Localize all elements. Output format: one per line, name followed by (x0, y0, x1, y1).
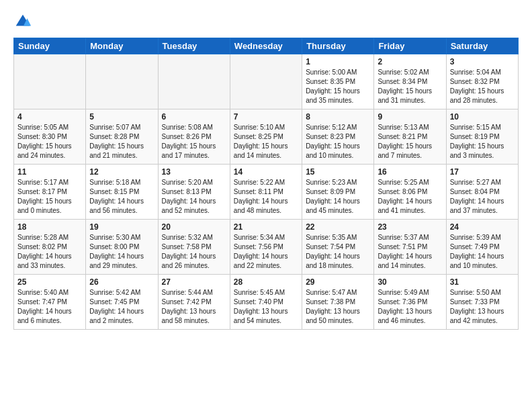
calendar: SundayMondayTuesdayWednesdayThursdayFrid… (13, 38, 519, 330)
day-info: Sunrise: 5:04 AM Sunset: 8:32 PM Dayligh… (450, 68, 515, 105)
day-cell: 12Sunrise: 5:18 AM Sunset: 8:15 PM Dayli… (86, 165, 158, 220)
day-number: 11 (17, 167, 82, 177)
day-cell: 2Sunrise: 5:02 AM Sunset: 8:34 PM Daylig… (374, 54, 446, 109)
day-cell: 20Sunrise: 5:32 AM Sunset: 7:58 PM Dayli… (158, 220, 230, 275)
day-info: Sunrise: 5:22 AM Sunset: 8:11 PM Dayligh… (234, 178, 298, 216)
weekday-header-wednesday: Wednesday (230, 38, 302, 54)
day-cell: 22Sunrise: 5:35 AM Sunset: 7:54 PM Dayli… (302, 220, 374, 275)
day-info: Sunrise: 5:50 AM Sunset: 7:33 PM Dayligh… (450, 288, 515, 326)
day-number: 1 (306, 57, 370, 66)
day-info: Sunrise: 5:07 AM Sunset: 8:28 PM Dayligh… (89, 123, 154, 161)
weekday-header-monday: Monday (86, 38, 158, 54)
day-number: 19 (89, 222, 154, 232)
day-number: 8 (306, 112, 370, 122)
day-cell: 30Sunrise: 5:49 AM Sunset: 7:36 PM Dayli… (374, 275, 446, 330)
day-number: 25 (17, 277, 82, 287)
day-cell: 10Sunrise: 5:15 AM Sunset: 8:19 PM Dayli… (446, 109, 518, 165)
day-cell: 5Sunrise: 5:07 AM Sunset: 8:28 PM Daylig… (86, 109, 158, 165)
weekday-header-row: SundayMondayTuesdayWednesdayThursdayFrid… (14, 38, 519, 54)
week-row-2: 4Sunrise: 5:05 AM Sunset: 8:30 PM Daylig… (14, 109, 519, 165)
day-cell: 8Sunrise: 5:12 AM Sunset: 8:23 PM Daylig… (302, 109, 374, 165)
day-info: Sunrise: 5:00 AM Sunset: 8:35 PM Dayligh… (306, 68, 370, 105)
day-info: Sunrise: 5:02 AM Sunset: 8:34 PM Dayligh… (378, 68, 442, 105)
page: SundayMondayTuesdayWednesdayThursdayFrid… (0, 0, 532, 411)
day-info: Sunrise: 5:47 AM Sunset: 7:38 PM Dayligh… (306, 288, 370, 326)
day-number: 24 (450, 222, 515, 232)
day-cell: 26Sunrise: 5:42 AM Sunset: 7:45 PM Dayli… (86, 275, 158, 330)
day-number: 10 (450, 112, 515, 122)
weekday-header-thursday: Thursday (302, 38, 374, 54)
day-cell: 11Sunrise: 5:17 AM Sunset: 8:17 PM Dayli… (14, 165, 86, 220)
day-info: Sunrise: 5:10 AM Sunset: 8:25 PM Dayligh… (234, 123, 298, 161)
day-info: Sunrise: 5:49 AM Sunset: 7:36 PM Dayligh… (378, 288, 442, 326)
day-info: Sunrise: 5:42 AM Sunset: 7:45 PM Dayligh… (89, 288, 154, 326)
day-number: 27 (162, 277, 226, 287)
day-info: Sunrise: 5:15 AM Sunset: 8:19 PM Dayligh… (450, 123, 515, 161)
day-number: 14 (234, 167, 298, 177)
day-cell: 25Sunrise: 5:40 AM Sunset: 7:47 PM Dayli… (14, 275, 86, 330)
day-info: Sunrise: 5:34 AM Sunset: 7:56 PM Dayligh… (234, 233, 298, 271)
day-info: Sunrise: 5:20 AM Sunset: 8:13 PM Dayligh… (162, 178, 226, 216)
day-number: 5 (89, 112, 154, 122)
day-number: 9 (378, 112, 442, 122)
day-info: Sunrise: 5:27 AM Sunset: 8:04 PM Dayligh… (450, 178, 515, 216)
day-cell: 21Sunrise: 5:34 AM Sunset: 7:56 PM Dayli… (230, 220, 302, 275)
day-number: 4 (17, 112, 82, 122)
day-number: 29 (306, 277, 370, 287)
day-cell: 1Sunrise: 5:00 AM Sunset: 8:35 PM Daylig… (302, 54, 374, 109)
day-number: 31 (450, 277, 515, 287)
week-row-5: 25Sunrise: 5:40 AM Sunset: 7:47 PM Dayli… (14, 275, 519, 330)
day-info: Sunrise: 5:37 AM Sunset: 7:51 PM Dayligh… (378, 233, 442, 271)
day-info: Sunrise: 5:35 AM Sunset: 7:54 PM Dayligh… (306, 233, 370, 271)
day-number: 22 (306, 222, 370, 232)
day-info: Sunrise: 5:13 AM Sunset: 8:21 PM Dayligh… (378, 123, 442, 161)
day-cell: 19Sunrise: 5:30 AM Sunset: 8:00 PM Dayli… (86, 220, 158, 275)
day-info: Sunrise: 5:39 AM Sunset: 7:49 PM Dayligh… (450, 233, 515, 271)
day-cell: 29Sunrise: 5:47 AM Sunset: 7:38 PM Dayli… (302, 275, 374, 330)
logo (13, 12, 35, 31)
day-cell: 18Sunrise: 5:28 AM Sunset: 8:02 PM Dayli… (14, 220, 86, 275)
day-info: Sunrise: 5:17 AM Sunset: 8:17 PM Dayligh… (17, 178, 82, 216)
day-info: Sunrise: 5:45 AM Sunset: 7:40 PM Dayligh… (234, 288, 298, 326)
day-cell: 6Sunrise: 5:08 AM Sunset: 8:26 PM Daylig… (158, 109, 230, 165)
day-info: Sunrise: 5:28 AM Sunset: 8:02 PM Dayligh… (17, 233, 82, 271)
day-cell: 9Sunrise: 5:13 AM Sunset: 8:21 PM Daylig… (374, 109, 446, 165)
day-cell: 27Sunrise: 5:44 AM Sunset: 7:42 PM Dayli… (158, 275, 230, 330)
day-number: 12 (89, 167, 154, 177)
day-number: 23 (378, 222, 442, 232)
day-number: 16 (378, 167, 442, 177)
day-cell: 13Sunrise: 5:20 AM Sunset: 8:13 PM Dayli… (158, 165, 230, 220)
day-number: 3 (450, 57, 515, 66)
day-cell: 4Sunrise: 5:05 AM Sunset: 8:30 PM Daylig… (14, 109, 86, 165)
day-number: 7 (234, 112, 298, 122)
day-info: Sunrise: 5:25 AM Sunset: 8:06 PM Dayligh… (378, 178, 442, 216)
day-cell: 16Sunrise: 5:25 AM Sunset: 8:06 PM Dayli… (374, 165, 446, 220)
day-number: 18 (17, 222, 82, 232)
day-cell: 3Sunrise: 5:04 AM Sunset: 8:32 PM Daylig… (446, 54, 518, 109)
day-number: 17 (450, 167, 515, 177)
day-cell: 15Sunrise: 5:23 AM Sunset: 8:09 PM Dayli… (302, 165, 374, 220)
day-cell: 24Sunrise: 5:39 AM Sunset: 7:49 PM Dayli… (446, 220, 518, 275)
day-number: 6 (162, 112, 226, 122)
day-info: Sunrise: 5:32 AM Sunset: 7:58 PM Dayligh… (162, 233, 226, 271)
day-info: Sunrise: 5:30 AM Sunset: 8:00 PM Dayligh… (89, 233, 154, 271)
day-cell: 28Sunrise: 5:45 AM Sunset: 7:40 PM Dayli… (230, 275, 302, 330)
day-cell (230, 54, 302, 109)
day-cell: 14Sunrise: 5:22 AM Sunset: 8:11 PM Dayli… (230, 165, 302, 220)
day-number: 26 (89, 277, 154, 287)
day-info: Sunrise: 5:44 AM Sunset: 7:42 PM Dayligh… (162, 288, 226, 326)
day-number: 28 (234, 277, 298, 287)
weekday-header-sunday: Sunday (14, 38, 86, 54)
week-row-1: 1Sunrise: 5:00 AM Sunset: 8:35 PM Daylig… (14, 54, 519, 109)
day-cell: 17Sunrise: 5:27 AM Sunset: 8:04 PM Dayli… (446, 165, 518, 220)
day-cell: 7Sunrise: 5:10 AM Sunset: 8:25 PM Daylig… (230, 109, 302, 165)
day-info: Sunrise: 5:23 AM Sunset: 8:09 PM Dayligh… (306, 178, 370, 216)
logo-icon (13, 12, 32, 31)
day-cell (158, 54, 230, 109)
day-cell (86, 54, 158, 109)
day-number: 15 (306, 167, 370, 177)
day-cell: 23Sunrise: 5:37 AM Sunset: 7:51 PM Dayli… (374, 220, 446, 275)
day-number: 30 (378, 277, 442, 287)
day-info: Sunrise: 5:40 AM Sunset: 7:47 PM Dayligh… (17, 288, 82, 326)
day-info: Sunrise: 5:18 AM Sunset: 8:15 PM Dayligh… (89, 178, 154, 216)
